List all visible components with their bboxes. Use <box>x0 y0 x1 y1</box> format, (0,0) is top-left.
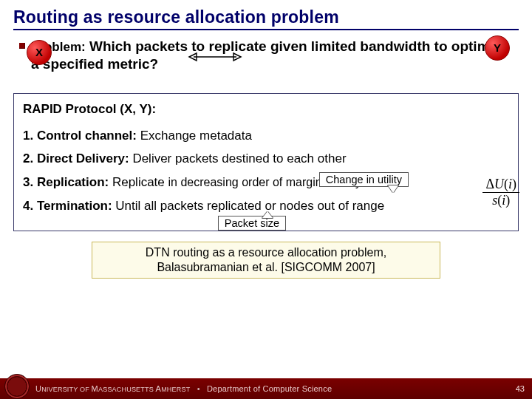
citation-line-1: DTN routing as a resource allocation pro… <box>98 245 434 260</box>
umass-seal-icon <box>4 374 30 399</box>
marginal-utility-formula: ΔU(i) s(i) <box>482 177 519 208</box>
footer-department: Department of Computer Science <box>207 384 332 393</box>
step-4-label: 4. Termination: <box>23 199 112 213</box>
step-2: 2. Direct Delivery: Deliver packets dest… <box>23 151 509 167</box>
node-x: X <box>27 40 52 65</box>
slide: Routing as resource allocation problem P… <box>0 0 532 399</box>
callout-change-in-utility: Change in utility <box>319 172 409 187</box>
formula-numerator: ΔU(i) <box>482 177 519 192</box>
protocol-box: RAPID Protocol (X, Y): 1. Control channe… <box>13 93 519 231</box>
footer-separator: • <box>197 384 200 393</box>
callout-tail-icon <box>388 185 398 193</box>
problem-row: Problem: Which packets to replicate give… <box>13 36 519 77</box>
step-1: 1. Control channel: Exchange metadata <box>23 128 509 144</box>
citation-box: DTN routing as a resource allocation pro… <box>92 242 440 279</box>
footer: UNIVERSITY OF MASSACHUSETTS AMHERST • De… <box>0 378 532 399</box>
step-4-text: Until all packets replicated or nodes ou… <box>115 199 384 213</box>
protocol-heading: RAPID Protocol (X, Y): <box>23 101 509 117</box>
problem-body: Which packets to replicate given limited… <box>31 38 508 72</box>
step-3: 3. Replication: Replicate in decreasing … <box>23 174 509 191</box>
footer-mherst: MHERST <box>161 386 190 393</box>
callout-tail-icon <box>262 211 273 218</box>
callout-packet-size: Packet size <box>218 216 286 231</box>
footer-ass: ASSACHUSETTS <box>98 386 156 393</box>
title-underline <box>13 29 519 30</box>
problem-text: Problem: Which packets to replicate give… <box>31 38 514 72</box>
step-2-label: 2. Direct Delivery: <box>23 151 129 166</box>
node-y: Y <box>485 35 510 61</box>
step-2-text: Deliver packets destined to each other <box>132 151 346 166</box>
double-arrow-icon <box>188 50 242 64</box>
step-1-text: Exchange metadata <box>140 129 252 143</box>
footer-m: M <box>92 384 98 393</box>
footer-niversity: NIVERSITY OF <box>41 386 91 393</box>
citation-line-2: Balasubramanian et al. [SIGCOMM 2007] <box>98 260 434 275</box>
formula-denominator: s(i) <box>482 192 519 208</box>
footer-u: U <box>35 384 41 393</box>
slide-title: Routing as resource allocation problem <box>13 7 519 27</box>
step-1-label: 1. Control channel: <box>23 129 137 143</box>
footer-affiliation: UNIVERSITY OF MASSACHUSETTS AMHERST • De… <box>35 384 332 393</box>
page-number: 43 <box>516 384 525 393</box>
step-3-label: 3. Replication: <box>23 175 109 189</box>
step-3-text-a: Replicate <box>112 175 165 189</box>
bullet-icon <box>19 43 25 49</box>
